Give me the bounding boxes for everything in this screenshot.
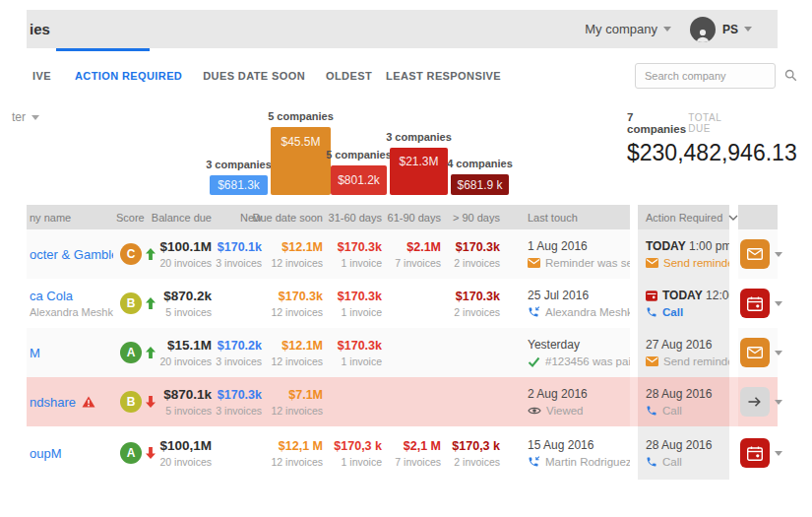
action-send-reminder[interactable]: Send reminder — [646, 257, 729, 269]
table-row: ca Cola Alexandra Meshkova B $870.2k5 in… — [27, 279, 778, 328]
summary-companies-count: 7 companies — [627, 111, 688, 135]
call-log-icon — [528, 306, 540, 318]
tab-active-list[interactable]: IVE — [32, 70, 51, 82]
due-soon-value: $12.1M — [281, 240, 323, 254]
chevron-down-icon[interactable] — [775, 301, 782, 306]
user-menu[interactable]: PS — [722, 23, 752, 36]
last-touch-text: Martin Rodriguez — [545, 456, 632, 468]
d61-value: $2.1M — [406, 240, 441, 254]
bar-over-90-days[interactable]: 4 companies $681.9 k — [451, 174, 509, 195]
avatar[interactable] — [690, 17, 716, 42]
balance-due-value: $100.1M — [159, 239, 212, 254]
send-reminder-button[interactable] — [740, 239, 770, 269]
envelope-icon — [747, 347, 763, 358]
chevron-down-icon[interactable] — [775, 351, 782, 355]
chevron-down-icon[interactable] — [775, 400, 782, 405]
chevron-down-icon[interactable] — [775, 252, 782, 257]
envelope-icon — [747, 248, 763, 260]
bar-new[interactable]: 3 companies $681.3k — [210, 175, 268, 195]
last-touch-date: 1 Aug 2016 — [528, 239, 630, 253]
total-due-label: TOTAL DUE — [688, 112, 741, 134]
company-link[interactable]: oupM — [30, 446, 62, 461]
chevron-down-icon — [31, 115, 39, 120]
tab-dues-date-soon[interactable]: DUES DATE SOON — [203, 70, 305, 82]
table-row: oupM A $100,1M20 invoices $12,1 M12 invo… — [27, 426, 778, 480]
person-icon — [695, 28, 711, 42]
header-balance-due: Balance due — [162, 205, 214, 229]
d90-value: $170.3k — [456, 290, 500, 303]
action-call[interactable]: Call — [646, 456, 729, 468]
bar-count-label: 4 companies — [447, 158, 513, 169]
header-action-required[interactable]: Action Required — [638, 205, 729, 229]
balance-due-value: $870.2k — [163, 289, 212, 303]
table-row: octer & Gamble... C $100.1M20 invoices $… — [27, 229, 778, 279]
bar-count-label: 3 companies — [206, 159, 272, 170]
filter-dropdown[interactable]: ter — [12, 110, 39, 124]
go-to-company-button[interactable] — [740, 387, 770, 417]
bar-61-90-days[interactable]: 3 companies $21.3M — [390, 148, 448, 195]
last-touch-text: Viewed — [546, 405, 584, 417]
top-bar: ies My company PS — [27, 10, 778, 48]
bar-due-date-soon[interactable]: 5 companies $45.5M — [271, 127, 331, 195]
search-icon — [784, 69, 797, 82]
balance-due-value: $100,1M — [159, 438, 212, 453]
d90-value: $170,3 k — [452, 439, 500, 453]
company-link[interactable]: ndshare — [30, 395, 76, 410]
company-menu-label: My company — [585, 22, 657, 36]
check-icon — [528, 356, 540, 367]
new-value: $170.1k — [218, 240, 262, 254]
envelope-icon — [528, 258, 540, 268]
trend-up-icon — [146, 248, 156, 260]
last-touch-date: 25 Jul 2016 — [528, 289, 630, 302]
schedule-call-button[interactable] — [740, 289, 770, 318]
last-touch-text: #123456 was paid — [545, 355, 637, 367]
score-badge: C — [120, 243, 142, 265]
due-soon-value: $12.1M — [281, 339, 323, 353]
action-send-reminder[interactable]: Send reminder — [646, 355, 729, 367]
total-due-amount: $230,482,946.13 — [627, 140, 741, 166]
chevron-down-icon[interactable] — [775, 451, 782, 456]
company-link[interactable]: M — [30, 346, 40, 360]
trend-down-icon — [146, 396, 156, 408]
header-due-date-soon: Due date soon — [264, 205, 325, 229]
header-last-touch: Last touch — [502, 205, 630, 229]
new-value: $170.3k — [218, 388, 262, 402]
bar-count-label: 5 companies — [326, 149, 392, 161]
arrow-right-icon — [747, 395, 762, 409]
companies-table: ny name Score Balance due New Due date s… — [27, 205, 778, 480]
envelope-icon — [646, 258, 658, 268]
tab-least-responsive[interactable]: LEAST RESPONSIVE — [386, 70, 501, 82]
phone-icon — [646, 456, 657, 468]
bar-31-60-days[interactable]: 5 companies $801.2k — [331, 165, 387, 195]
company-link[interactable]: ca Cola — [30, 289, 73, 303]
warning-icon — [82, 396, 95, 408]
table-header: ny name Score Balance due New Due date s… — [27, 205, 778, 229]
due-soon-value: $170.3k — [279, 290, 323, 303]
d31-value: $170,3 k — [334, 439, 382, 453]
total-due-summary: 7 companies TOTAL DUE $230,482,946.13 — [627, 111, 741, 166]
bar-value-label: $801.2k — [338, 173, 380, 187]
search-input[interactable] — [645, 70, 784, 82]
calendar-icon — [747, 296, 763, 311]
page-title: ies — [30, 21, 50, 37]
company-menu[interactable]: My company — [585, 22, 671, 36]
trend-up-icon — [146, 297, 156, 309]
schedule-call-button[interactable] — [740, 438, 770, 468]
tab-oldest[interactable]: OLDEST — [326, 70, 372, 82]
header-31-60-days: 31-60 days — [325, 205, 384, 229]
calendar-icon — [747, 446, 763, 461]
phone-icon — [646, 306, 657, 318]
user-initials: PS — [722, 23, 738, 36]
send-reminder-button[interactable] — [740, 338, 770, 367]
bar-count-label: 3 companies — [386, 131, 452, 143]
trend-down-icon — [146, 447, 156, 459]
action-call[interactable]: Call — [646, 405, 729, 417]
aging-chart-panel: ter 3 companies $681.3k 5 companies $45.… — [0, 98, 778, 200]
header-over-90-days: > 90 days — [443, 205, 502, 229]
trend-up-icon — [146, 347, 156, 358]
tab-action-required[interactable]: ACTION REQUIRED — [75, 70, 182, 82]
calendar-icon — [646, 290, 657, 301]
score-badge: B — [120, 391, 142, 413]
action-call[interactable]: Call — [646, 306, 729, 318]
companies-dashboard: ies My company PS IVE ACTION REQUIRED DU… — [0, 0, 812, 517]
